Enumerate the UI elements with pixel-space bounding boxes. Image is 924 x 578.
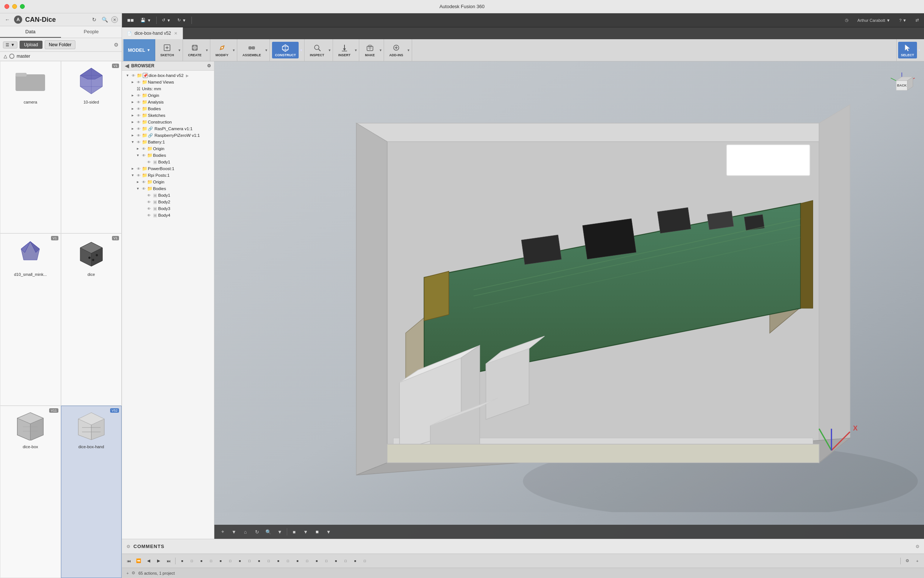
- pb-add-btn[interactable]: +: [913, 557, 922, 565]
- tl-btn-6[interactable]: □: [226, 557, 235, 565]
- playback-prev[interactable]: ⏪: [134, 557, 143, 565]
- inspect-button[interactable]: INSPECT: [307, 42, 327, 58]
- close-button[interactable]: [5, 4, 9, 9]
- tree-raspi-zero[interactable]: ► 👁 📁 🔗 RaspberryPiZeroW v1:1: [122, 132, 214, 139]
- tree-root[interactable]: ▼ 👁 📁 📌 dice-box-hand v52 ▶: [122, 72, 214, 79]
- modify-dropdown[interactable]: ▼: [232, 49, 235, 52]
- addins-dropdown[interactable]: ▼: [407, 49, 410, 52]
- tree-sketches[interactable]: ► 👁 📁 Sketches: [122, 112, 214, 119]
- file-item-camera[interactable]: camera: [0, 61, 61, 233]
- sketch-button[interactable]: SKETCH: [157, 42, 177, 58]
- tl-btn-11[interactable]: ■: [274, 557, 283, 565]
- file-item-10sided[interactable]: V1 10-sided: [61, 61, 122, 233]
- nav-cube[interactable]: BACK: [887, 69, 917, 98]
- tree-rpi-body3[interactable]: ► 👁 ▣ Body3: [122, 205, 214, 212]
- file-item-dice-box-hand[interactable]: V52 dice-box-hand: [61, 406, 122, 578]
- addins-button[interactable]: ADD-INS: [386, 42, 406, 58]
- tree-bodies-1[interactable]: ► 👁 📁 Bodies: [122, 106, 214, 112]
- tree-battery-bodies[interactable]: ▼ 👁 📁 Bodies: [122, 152, 214, 159]
- tree-battery-body1[interactable]: ► 👁 ▣ Body1: [122, 159, 214, 165]
- tree-battery-origin[interactable]: ► 👁 📁 Origin: [122, 145, 214, 152]
- comments-right-icon[interactable]: ⚙: [916, 544, 919, 549]
- tree-rpi-posts-origin[interactable]: ► 👁 📁 Origin: [122, 179, 214, 185]
- playback-skip-start[interactable]: ⏮: [124, 557, 133, 565]
- tree-origin-1[interactable]: ► 👁 📁 Origin: [122, 92, 214, 99]
- insert-dropdown[interactable]: ▼: [354, 49, 358, 52]
- create-button[interactable]: CREATE: [185, 42, 204, 58]
- browser-collapse-icon[interactable]: ◀: [125, 63, 129, 69]
- select-button[interactable]: SELECT: [898, 42, 918, 58]
- file-item-dice-box[interactable]: V11 dice-box: [0, 406, 61, 578]
- tree-raspi-camera[interactable]: ► 👁 📁 🔗 RasPi_Camera v1:1: [122, 125, 214, 132]
- refresh-icon[interactable]: ↻: [91, 16, 98, 23]
- search-icon[interactable]: 🔍: [101, 16, 108, 23]
- tree-rpi-body1[interactable]: ► 👁 ▣ Body1: [122, 192, 214, 198]
- back-icon[interactable]: ←: [4, 16, 11, 23]
- model-tab-dice-box-hand[interactable]: 📄 dice-box-hand v52 ✕: [122, 28, 183, 39]
- vp-display-icon[interactable]: ■: [289, 527, 299, 537]
- vp-zoom-icon[interactable]: 🔍: [263, 527, 273, 537]
- upload-button[interactable]: Upload: [19, 41, 42, 49]
- construct-dropdown[interactable]: ▼: [299, 49, 303, 52]
- playback-step-back[interactable]: ◀: [144, 557, 153, 565]
- tab-close-button[interactable]: ✕: [174, 31, 177, 36]
- construct-button[interactable]: CONSTRUCT: [272, 42, 299, 58]
- expand-icon[interactable]: ⇄: [913, 16, 922, 24]
- new-folder-button[interactable]: New Folder: [45, 40, 75, 49]
- playback-play[interactable]: ▶: [154, 557, 163, 565]
- insert-button[interactable]: INSERT: [335, 42, 353, 58]
- tl-btn-3[interactable]: ■: [197, 557, 206, 565]
- redo-button[interactable]: ↻ ▼: [175, 16, 189, 24]
- tl-btn-9[interactable]: ■: [255, 557, 264, 565]
- tl-btn-14[interactable]: □: [303, 557, 312, 565]
- assemble-button[interactable]: ASSEMBLE: [239, 42, 264, 58]
- vp-grid-icon[interactable]: ◽: [312, 527, 322, 537]
- vp-zoom-dropdown[interactable]: ▼: [275, 527, 285, 537]
- tl-btn-19[interactable]: ■: [351, 557, 359, 565]
- vp-home-icon[interactable]: ⌂: [240, 527, 251, 537]
- tl-btn-16[interactable]: □: [322, 557, 331, 565]
- tl-btn-10[interactable]: □: [264, 557, 273, 565]
- tab-data[interactable]: Data: [0, 26, 61, 38]
- vp-pan-icon[interactable]: ⌖: [217, 527, 228, 537]
- playback-skip-end[interactable]: ⏭: [164, 557, 173, 565]
- tl-btn-13[interactable]: ■: [293, 557, 302, 565]
- tl-btn-4[interactable]: □: [207, 557, 215, 565]
- modify-button[interactable]: MODIFY: [212, 42, 231, 58]
- tl-btn-17[interactable]: ■: [332, 557, 340, 565]
- tl-btn-1[interactable]: ■: [178, 557, 187, 565]
- viewport[interactable]: X BACK: [214, 62, 924, 539]
- create-dropdown[interactable]: ▼: [205, 49, 209, 52]
- inspect-dropdown[interactable]: ▼: [328, 49, 331, 52]
- vp-display-dropdown[interactable]: ▼: [301, 527, 311, 537]
- help-button[interactable]: ? ▼: [896, 17, 909, 24]
- tree-battery[interactable]: ▼ 👁 📁 Battery:1: [122, 139, 214, 145]
- file-item-d10[interactable]: V1 d10_small_mink...: [0, 233, 61, 406]
- tl-btn-18[interactable]: □: [341, 557, 350, 565]
- select-dropdown[interactable]: ▼: [918, 49, 921, 52]
- browser-settings-icon[interactable]: ⚙: [207, 63, 211, 68]
- file-item-dice[interactable]: V1 dice: [61, 233, 122, 406]
- minimize-button[interactable]: [12, 4, 17, 9]
- tl-btn-8[interactable]: □: [245, 557, 254, 565]
- tree-analysis[interactable]: ► 👁 📁 Analysis: [122, 99, 214, 106]
- grid-view-button[interactable]: ◼◼: [124, 16, 137, 24]
- tl-btn-12[interactable]: □: [283, 557, 292, 565]
- make-button[interactable]: MAKE: [361, 42, 378, 58]
- vp-grid-dropdown[interactable]: ▼: [324, 527, 334, 537]
- tree-rpi-body2[interactable]: ► 👁 ▣ Body2: [122, 198, 214, 205]
- vp-down-arrow[interactable]: ▼: [229, 527, 239, 537]
- tl-btn-20[interactable]: □: [360, 557, 369, 565]
- pb-settings-btn[interactable]: ⚙: [903, 557, 912, 565]
- assemble-dropdown[interactable]: ▼: [265, 49, 268, 52]
- user-menu[interactable]: Arthur Carabott ▼: [854, 17, 893, 24]
- tree-rpi-posts[interactable]: ▼ 👁 📁 Rpi Posts:1: [122, 172, 214, 179]
- tab-people[interactable]: People: [61, 26, 122, 38]
- make-dropdown[interactable]: ▼: [379, 49, 382, 52]
- tree-named-views[interactable]: ► 👁 📁 Named Views: [122, 79, 214, 85]
- sidebar-close-button[interactable]: ✕: [111, 16, 118, 23]
- tree-rpi-body4[interactable]: ► 👁 ▣ Body4: [122, 212, 214, 219]
- model-mode-button[interactable]: MODEL ▼: [123, 39, 155, 61]
- status-plus-icon[interactable]: +: [126, 571, 129, 575]
- tl-btn-7[interactable]: ■: [235, 557, 244, 565]
